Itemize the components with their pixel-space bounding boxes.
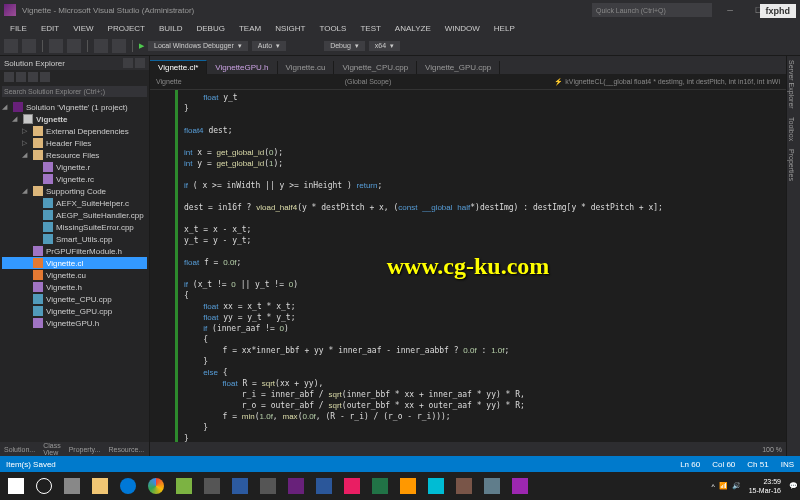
solution-node[interactable]: ◢Solution 'Vignette' (1 project) bbox=[2, 101, 147, 113]
app-icon[interactable] bbox=[338, 474, 366, 498]
tab-vignette-cpu-cpp[interactable]: Vignette_CPU.cpp bbox=[334, 61, 417, 74]
vs-taskbar-icon[interactable] bbox=[282, 474, 310, 498]
corner-badge: fxphd bbox=[760, 4, 797, 18]
menu-view[interactable]: VIEW bbox=[67, 24, 99, 33]
menu-build[interactable]: BUILD bbox=[153, 24, 189, 33]
home-icon[interactable] bbox=[4, 72, 14, 82]
crumb-function[interactable]: ⚡ kVignetteCL(__global float4 * destImg,… bbox=[554, 78, 780, 86]
menu-nsight[interactable]: NSIGHT bbox=[269, 24, 311, 33]
start-button[interactable] bbox=[2, 474, 30, 498]
tree-file[interactable]: Smart_Utils.cpp bbox=[2, 233, 147, 245]
search-icon[interactable] bbox=[30, 474, 58, 498]
menu-team[interactable]: TEAM bbox=[233, 24, 267, 33]
window-title: Vignette - Microsoft Visual Studio (Admi… bbox=[22, 6, 592, 15]
server-explorer-tab[interactable]: Server Explorer bbox=[787, 56, 796, 113]
app-icon[interactable] bbox=[478, 474, 506, 498]
explorer-icon[interactable] bbox=[86, 474, 114, 498]
editor-area: Vignette.cl* VignetteGPU.h Vignette.cu V… bbox=[150, 56, 786, 456]
app-icon[interactable] bbox=[254, 474, 282, 498]
system-tray[interactable]: ^ 📶 🔊 23:59 15-Mar-16 💬 bbox=[711, 477, 798, 495]
nav-fwd-button[interactable] bbox=[22, 39, 36, 53]
breadcrumb: Vignette (Global Scope) ⚡ kVignetteCL(__… bbox=[150, 74, 786, 90]
menu-project[interactable]: PROJECT bbox=[102, 24, 151, 33]
chrome-icon[interactable] bbox=[142, 474, 170, 498]
tab-vignette-gpu-cpp[interactable]: Vignette_GPU.cpp bbox=[417, 61, 500, 74]
tree-folder[interactable]: ◢Resource Files bbox=[2, 149, 147, 161]
menu-window[interactable]: WINDOW bbox=[439, 24, 486, 33]
solution-search-input[interactable]: Search Solution Explorer (Ctrl+;) bbox=[2, 86, 147, 97]
redo-button[interactable] bbox=[112, 39, 126, 53]
tree-file[interactable]: Vignette.rc bbox=[2, 173, 147, 185]
tree-folder[interactable]: ▷External Dependencies bbox=[2, 125, 147, 137]
menu-tools[interactable]: TOOLS bbox=[313, 24, 352, 33]
tab-vignette-cl[interactable]: Vignette.cl* bbox=[150, 60, 207, 74]
app-icon[interactable] bbox=[450, 474, 478, 498]
status-ch: Ch 51 bbox=[747, 460, 768, 469]
crumb-scope[interactable]: Vignette bbox=[156, 78, 182, 85]
tree-file[interactable]: VignetteGPU.h bbox=[2, 317, 147, 329]
zoom-level[interactable]: 100 % bbox=[762, 446, 782, 453]
status-col: Col 60 bbox=[712, 460, 735, 469]
close-panel-icon[interactable] bbox=[135, 58, 145, 68]
network-icon[interactable]: 📶 bbox=[719, 482, 728, 490]
notifications-icon[interactable]: 💬 bbox=[789, 482, 798, 490]
tree-file-active[interactable]: Vignette.cl bbox=[2, 257, 147, 269]
debugger-select[interactable]: Local Windows Debugger▾ bbox=[148, 41, 248, 51]
menu-edit[interactable]: EDIT bbox=[35, 24, 65, 33]
tree-file[interactable]: AEGP_SuiteHandler.cpp bbox=[2, 209, 147, 221]
app-icon[interactable] bbox=[170, 474, 198, 498]
excel-icon[interactable] bbox=[366, 474, 394, 498]
tab-classview[interactable]: Class View bbox=[43, 442, 61, 456]
refresh-icon[interactable] bbox=[16, 72, 26, 82]
collapse-icon[interactable] bbox=[28, 72, 38, 82]
app-icon[interactable] bbox=[226, 474, 254, 498]
app-icon[interactable] bbox=[506, 474, 534, 498]
tree-file[interactable]: Vignette_GPU.cpp bbox=[2, 305, 147, 317]
volume-icon[interactable]: 🔊 bbox=[732, 482, 741, 490]
properties-tab[interactable]: Properties bbox=[787, 145, 796, 185]
menu-help[interactable]: HELP bbox=[488, 24, 521, 33]
config-select[interactable]: Debug▾ bbox=[324, 41, 365, 51]
save-all-button[interactable] bbox=[67, 39, 81, 53]
tree-file[interactable]: Vignette.r bbox=[2, 161, 147, 173]
tree-file[interactable]: Vignette_CPU.cpp bbox=[2, 293, 147, 305]
menu-debug[interactable]: DEBUG bbox=[191, 24, 231, 33]
toolbox-tab[interactable]: Toolbox bbox=[787, 113, 796, 145]
edge-icon[interactable] bbox=[114, 474, 142, 498]
app-icon[interactable] bbox=[422, 474, 450, 498]
tray-up-icon[interactable]: ^ bbox=[711, 483, 714, 490]
undo-button[interactable] bbox=[94, 39, 108, 53]
tab-resource[interactable]: Resource... bbox=[108, 446, 144, 453]
tree-file[interactable]: Vignette.cu bbox=[2, 269, 147, 281]
tree-file[interactable]: MissingSuiteError.cpp bbox=[2, 221, 147, 233]
menu-test[interactable]: TEST bbox=[354, 24, 386, 33]
minimize-button[interactable]: ─ bbox=[720, 6, 740, 15]
code-editor[interactable]: float y_t } float4 dest; int x = get_glo… bbox=[150, 90, 786, 442]
quick-launch-input[interactable]: Quick Launch (Ctrl+Q) bbox=[592, 3, 712, 17]
app-icon[interactable] bbox=[198, 474, 226, 498]
auto-select[interactable]: Auto▾ bbox=[252, 41, 286, 51]
tab-vignette-cu[interactable]: Vignette.cu bbox=[278, 61, 335, 74]
project-node[interactable]: ◢Vignette bbox=[2, 113, 147, 125]
menu-analyze[interactable]: ANALYZE bbox=[389, 24, 437, 33]
properties-icon[interactable] bbox=[40, 72, 50, 82]
save-button[interactable] bbox=[49, 39, 63, 53]
tree-file[interactable]: PrGPUFilterModule.h bbox=[2, 245, 147, 257]
word-icon[interactable] bbox=[310, 474, 338, 498]
taskview-icon[interactable] bbox=[58, 474, 86, 498]
platform-select[interactable]: x64▾ bbox=[369, 41, 400, 51]
tree-folder[interactable]: ◢Supporting Code bbox=[2, 185, 147, 197]
menu-file[interactable]: FILE bbox=[4, 24, 33, 33]
crumb-global[interactable]: (Global Scope) bbox=[345, 78, 392, 85]
pin-icon[interactable] bbox=[123, 58, 133, 68]
app-icon[interactable] bbox=[394, 474, 422, 498]
tab-solution[interactable]: Solution... bbox=[4, 446, 35, 453]
tree-file[interactable]: AEFX_SuiteHelper.c bbox=[2, 197, 147, 209]
tree-folder[interactable]: ▷Header Files bbox=[2, 137, 147, 149]
code-text[interactable]: float y_t } float4 dest; int x = get_glo… bbox=[178, 90, 786, 442]
tab-vignettegpu-h[interactable]: VignetteGPU.h bbox=[207, 61, 277, 74]
tree-file[interactable]: Vignette.h bbox=[2, 281, 147, 293]
clock[interactable]: 23:59 15-Mar-16 bbox=[745, 477, 785, 495]
tab-property[interactable]: Property... bbox=[69, 446, 101, 453]
nav-back-button[interactable] bbox=[4, 39, 18, 53]
